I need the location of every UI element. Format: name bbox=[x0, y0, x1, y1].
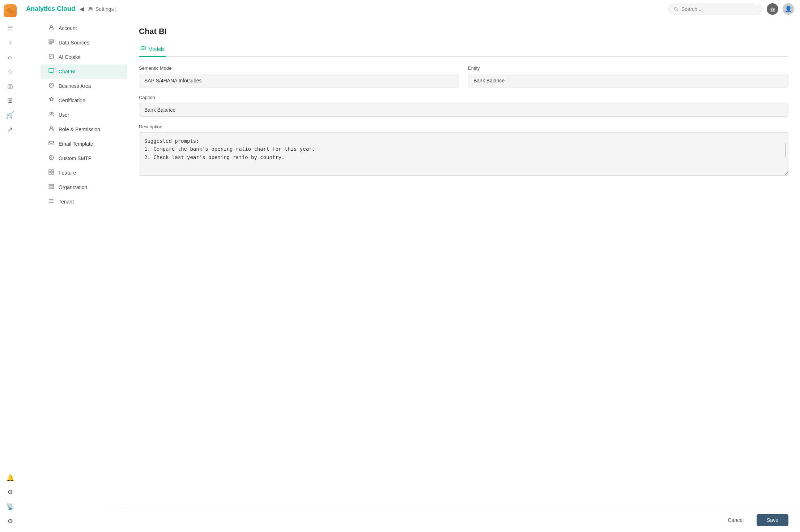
scroll-indicator bbox=[785, 143, 786, 158]
description-label: Description bbox=[139, 124, 788, 129]
trend-icon[interactable]: ↗ bbox=[4, 123, 17, 136]
sidebar-item-feature[interactable]: Feature bbox=[41, 166, 127, 180]
action-bar: Cancel Save bbox=[107, 508, 800, 532]
svg-rect-25 bbox=[49, 172, 51, 175]
sidebar-item-certification[interactable]: Certification bbox=[41, 93, 127, 108]
add-icon[interactable]: ＋ bbox=[4, 36, 17, 49]
svg-point-15 bbox=[50, 112, 52, 114]
entity-group: Entity bbox=[468, 65, 788, 87]
svg-rect-8 bbox=[49, 42, 54, 43]
semantic-model-input[interactable] bbox=[139, 74, 459, 87]
sidebar-item-role-permission[interactable]: Role & Permission bbox=[41, 122, 127, 137]
search-bar[interactable] bbox=[668, 4, 762, 14]
business-area-icon bbox=[48, 82, 55, 90]
sidebar-item-tenant[interactable]: Tenant bbox=[41, 194, 127, 209]
bookmark-icon[interactable]: ☆ bbox=[4, 65, 17, 78]
semantic-entity-row: Semantic Model Entity bbox=[139, 65, 788, 87]
home-icon[interactable]: ⌂ bbox=[4, 51, 17, 64]
svg-point-14 bbox=[51, 85, 52, 86]
caption-input[interactable] bbox=[139, 103, 788, 117]
description-textarea[interactable]: Suggested prompts: 1. Compare the bank's… bbox=[139, 132, 788, 176]
chat-bi-icon bbox=[48, 68, 55, 75]
settings-people-icon bbox=[88, 7, 93, 12]
svg-point-11 bbox=[51, 56, 52, 57]
svg-point-33 bbox=[141, 47, 145, 48]
feature-icon bbox=[48, 169, 55, 176]
grid-icon[interactable]: ⊞ bbox=[4, 94, 17, 107]
tab-models[interactable]: Models bbox=[139, 42, 166, 57]
organization-icon bbox=[48, 184, 55, 191]
cancel-button[interactable]: Cancel bbox=[719, 514, 752, 526]
sidebar-item-tenant-label: Tenant bbox=[59, 199, 74, 205]
data-sources-icon bbox=[48, 39, 55, 46]
user-icon bbox=[48, 111, 55, 119]
database-icon[interactable]: ◎ bbox=[4, 80, 17, 93]
sidebar-item-role-permission-label: Role & Permission bbox=[59, 126, 100, 132]
sidebar-item-feature-label: Feature bbox=[59, 170, 76, 176]
svg-point-16 bbox=[52, 112, 54, 114]
ai-copilot-icon bbox=[48, 53, 55, 61]
sidebar-item-organization-label: Organization bbox=[59, 184, 87, 190]
entity-input[interactable] bbox=[468, 74, 788, 87]
models-tab-label: Models bbox=[148, 46, 165, 52]
role-permission-icon bbox=[48, 126, 55, 133]
search-input[interactable] bbox=[681, 6, 757, 12]
sidebar: Account Data Sources AI Copilot Chat BI … bbox=[41, 18, 127, 532]
bell-icon[interactable]: 🔔 bbox=[4, 471, 17, 484]
sidebar-item-certification-label: Certification bbox=[59, 98, 85, 103]
models-tab-bar: Models bbox=[139, 42, 788, 57]
sidebar-item-ai-copilot-label: AI Copilot bbox=[59, 54, 81, 60]
sidebar-item-custom-smtp-label: Custom SMTP bbox=[59, 155, 92, 161]
svg-point-22 bbox=[51, 158, 52, 158]
svg-rect-12 bbox=[49, 69, 54, 72]
svg-rect-24 bbox=[52, 170, 54, 172]
icon-rail: ☰ ＋ ⌂ ☆ ◎ ⊞ 🛒 ↗ 🔔 ⚙ 📡 ⚙ bbox=[0, 0, 20, 532]
sidebar-item-email-template-label: Email Template bbox=[59, 141, 93, 147]
svg-rect-27 bbox=[49, 184, 54, 185]
semantic-model-label: Semantic Model bbox=[139, 65, 459, 71]
tenant-icon bbox=[48, 198, 55, 205]
custom-smtp-icon bbox=[48, 155, 55, 162]
svg-rect-10 bbox=[49, 54, 54, 59]
sidebar-item-account[interactable]: Account bbox=[41, 21, 127, 35]
semantic-model-group: Semantic Model bbox=[139, 65, 459, 87]
svg-rect-29 bbox=[49, 188, 54, 189]
models-tab-icon bbox=[140, 46, 146, 52]
sidebar-item-chat-bi[interactable]: Chat BI bbox=[41, 64, 127, 79]
antenna-icon[interactable]: 📡 bbox=[4, 500, 17, 513]
caption-label: Caption bbox=[139, 95, 788, 100]
sidebar-item-account-label: Account bbox=[59, 25, 77, 31]
sidebar-item-data-sources-label: Data Sources bbox=[59, 40, 89, 46]
sidebar-item-organization[interactable]: Organization bbox=[41, 180, 127, 194]
svg-point-3 bbox=[91, 7, 92, 9]
cart-icon[interactable]: 🛒 bbox=[4, 108, 17, 121]
sidebar-item-email-template[interactable]: Email Template bbox=[41, 137, 127, 151]
save-button[interactable]: Save bbox=[757, 514, 788, 526]
svg-point-2 bbox=[89, 7, 91, 9]
sidebar-item-chat-bi-label: Chat BI bbox=[59, 69, 76, 74]
description-group: Description Suggested prompts: 1. Compar… bbox=[139, 124, 788, 177]
content-area: Chat BI Models Semantic Model Entity Cap… bbox=[127, 18, 800, 532]
back-button[interactable]: ◀ bbox=[80, 5, 84, 12]
svg-point-1 bbox=[6, 7, 14, 15]
sidebar-item-business-area[interactable]: Business Area bbox=[41, 79, 127, 93]
svg-point-17 bbox=[50, 126, 52, 129]
settings-label: Settings | bbox=[88, 6, 116, 12]
filter-icon[interactable]: ⚙ bbox=[4, 486, 17, 499]
sidebar-item-user[interactable]: User bbox=[41, 108, 127, 122]
main-layout: Account Data Sources AI Copilot Chat BI … bbox=[41, 18, 800, 532]
entity-label: Entity bbox=[468, 65, 788, 71]
app-logo bbox=[4, 4, 17, 17]
svg-rect-28 bbox=[49, 186, 54, 187]
hamburger-menu-icon[interactable]: ☰ bbox=[4, 22, 17, 35]
settings-icon[interactable]: ⚙ bbox=[4, 515, 17, 528]
svg-rect-19 bbox=[49, 141, 54, 145]
sidebar-item-data-sources[interactable]: Data Sources bbox=[41, 35, 127, 50]
account-icon bbox=[48, 25, 55, 32]
sidebar-item-ai-copilot[interactable]: AI Copilot bbox=[41, 50, 127, 64]
svg-point-13 bbox=[49, 83, 54, 87]
sidebar-item-business-area-label: Business Area bbox=[59, 83, 91, 89]
svg-line-5 bbox=[677, 10, 678, 11]
svg-rect-23 bbox=[49, 170, 51, 172]
sidebar-item-custom-smtp[interactable]: Custom SMTP bbox=[41, 151, 127, 166]
